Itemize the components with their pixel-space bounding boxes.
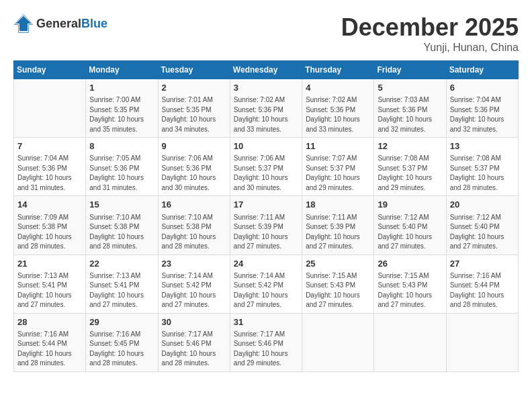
calendar-cell: 25Sunrise: 7:15 AMSunset: 5:43 PMDayligh… <box>302 255 374 313</box>
day-number: 11 <box>306 140 370 152</box>
day-info: Sunrise: 7:08 AMSunset: 5:37 PMDaylight:… <box>378 154 442 193</box>
calendar-cell: 31Sunrise: 7:17 AMSunset: 5:46 PMDayligh… <box>230 313 302 371</box>
calendar-cell: 24Sunrise: 7:14 AMSunset: 5:42 PMDayligh… <box>230 255 302 313</box>
header-thursday: Thursday <box>302 61 374 79</box>
calendar-cell: 29Sunrise: 7:16 AMSunset: 5:45 PMDayligh… <box>86 313 158 371</box>
day-info: Sunrise: 7:11 AMSunset: 5:39 PMDaylight:… <box>234 213 298 252</box>
header-friday: Friday <box>374 61 446 79</box>
day-number: 4 <box>306 82 370 94</box>
day-number: 31 <box>234 316 298 328</box>
logo-general: General <box>36 17 81 30</box>
calendar-cell: 2Sunrise: 7:01 AMSunset: 5:35 PMDaylight… <box>158 79 230 138</box>
day-number: 15 <box>89 199 154 211</box>
header-sunday: Sunday <box>14 61 86 79</box>
week-row-3: 14Sunrise: 7:09 AMSunset: 5:38 PMDayligh… <box>14 196 519 255</box>
day-info: Sunrise: 7:08 AMSunset: 5:37 PMDaylight:… <box>450 154 515 193</box>
day-info: Sunrise: 7:03 AMSunset: 5:36 PMDaylight:… <box>378 95 442 134</box>
day-info: Sunrise: 7:17 AMSunset: 5:46 PMDaylight:… <box>234 330 298 369</box>
calendar-cell: 4Sunrise: 7:02 AMSunset: 5:36 PMDaylight… <box>302 79 374 138</box>
day-number: 12 <box>378 140 442 152</box>
day-number: 10 <box>234 140 298 152</box>
day-info: Sunrise: 7:12 AMSunset: 5:40 PMDaylight:… <box>378 213 442 252</box>
day-number: 9 <box>162 140 226 152</box>
day-info: Sunrise: 7:02 AMSunset: 5:36 PMDaylight:… <box>234 95 298 134</box>
day-info: Sunrise: 7:01 AMSunset: 5:35 PMDaylight:… <box>162 95 226 134</box>
header-row: Sunday Monday Tuesday Wednesday Thursday… <box>14 61 519 79</box>
day-info: Sunrise: 7:16 AMSunset: 5:44 PMDaylight:… <box>17 330 82 369</box>
day-number: 16 <box>162 199 226 211</box>
day-number: 18 <box>306 199 370 211</box>
calendar-cell: 12Sunrise: 7:08 AMSunset: 5:37 PMDayligh… <box>374 138 446 196</box>
calendar-cell: 30Sunrise: 7:17 AMSunset: 5:46 PMDayligh… <box>158 313 230 371</box>
calendar-cell: 13Sunrise: 7:08 AMSunset: 5:37 PMDayligh… <box>446 138 518 196</box>
calendar-cell: 20Sunrise: 7:12 AMSunset: 5:40 PMDayligh… <box>446 196 518 255</box>
calendar-cell: 11Sunrise: 7:07 AMSunset: 5:37 PMDayligh… <box>302 138 374 196</box>
day-info: Sunrise: 7:06 AMSunset: 5:36 PMDaylight:… <box>162 154 226 193</box>
day-info: Sunrise: 7:05 AMSunset: 5:36 PMDaylight:… <box>89 154 154 193</box>
day-number: 22 <box>89 258 154 270</box>
day-info: Sunrise: 7:07 AMSunset: 5:37 PMDaylight:… <box>306 154 370 193</box>
day-number: 24 <box>234 258 298 270</box>
calendar-cell: 10Sunrise: 7:06 AMSunset: 5:37 PMDayligh… <box>230 138 302 196</box>
day-number: 13 <box>450 140 515 152</box>
header-tuesday: Tuesday <box>158 61 230 79</box>
day-number: 17 <box>234 199 298 211</box>
day-number: 7 <box>17 140 82 152</box>
logo: GeneralBlue <box>13 13 107 34</box>
calendar-cell: 16Sunrise: 7:10 AMSunset: 5:38 PMDayligh… <box>158 196 230 255</box>
day-number: 29 <box>89 316 154 328</box>
day-info: Sunrise: 7:06 AMSunset: 5:37 PMDaylight:… <box>234 154 298 193</box>
day-info: Sunrise: 7:02 AMSunset: 5:36 PMDaylight:… <box>306 95 370 134</box>
day-info: Sunrise: 7:15 AMSunset: 5:43 PMDaylight:… <box>306 271 370 310</box>
day-info: Sunrise: 7:04 AMSunset: 5:36 PMDaylight:… <box>450 95 515 134</box>
calendar-cell: 23Sunrise: 7:14 AMSunset: 5:42 PMDayligh… <box>158 255 230 313</box>
day-info: Sunrise: 7:09 AMSunset: 5:38 PMDaylight:… <box>17 213 82 252</box>
logo-text: GeneralBlue <box>36 17 107 31</box>
day-info: Sunrise: 7:10 AMSunset: 5:38 PMDaylight:… <box>89 213 154 252</box>
header-wednesday: Wednesday <box>230 61 302 79</box>
day-info: Sunrise: 7:14 AMSunset: 5:42 PMDaylight:… <box>162 271 226 310</box>
location-subtitle: Yunji, Hunan, China <box>341 42 519 54</box>
calendar-cell: 3Sunrise: 7:02 AMSunset: 5:36 PMDaylight… <box>230 79 302 138</box>
day-number: 5 <box>378 82 442 94</box>
day-number: 19 <box>378 199 442 211</box>
week-row-4: 21Sunrise: 7:13 AMSunset: 5:41 PMDayligh… <box>14 255 519 313</box>
day-info: Sunrise: 7:12 AMSunset: 5:40 PMDaylight:… <box>450 213 515 252</box>
day-info: Sunrise: 7:10 AMSunset: 5:38 PMDaylight:… <box>162 213 226 252</box>
day-number: 30 <box>162 316 226 328</box>
calendar-cell: 9Sunrise: 7:06 AMSunset: 5:36 PMDaylight… <box>158 138 230 196</box>
calendar-cell: 15Sunrise: 7:10 AMSunset: 5:38 PMDayligh… <box>86 196 158 255</box>
week-row-2: 7Sunrise: 7:04 AMSunset: 5:36 PMDaylight… <box>14 138 519 196</box>
logo-blue: Blue <box>81 17 107 30</box>
day-info: Sunrise: 7:16 AMSunset: 5:45 PMDaylight:… <box>89 330 154 369</box>
calendar-cell: 26Sunrise: 7:15 AMSunset: 5:43 PMDayligh… <box>374 255 446 313</box>
day-info: Sunrise: 7:04 AMSunset: 5:36 PMDaylight:… <box>17 154 82 193</box>
calendar-cell: 8Sunrise: 7:05 AMSunset: 5:36 PMDaylight… <box>86 138 158 196</box>
day-number: 8 <box>89 140 154 152</box>
logo-icon <box>13 13 34 34</box>
header-saturday: Saturday <box>446 61 518 79</box>
calendar-cell: 17Sunrise: 7:11 AMSunset: 5:39 PMDayligh… <box>230 196 302 255</box>
day-number: 28 <box>17 316 82 328</box>
calendar-cell: 19Sunrise: 7:12 AMSunset: 5:40 PMDayligh… <box>374 196 446 255</box>
calendar-cell: 6Sunrise: 7:04 AMSunset: 5:36 PMDaylight… <box>446 79 518 138</box>
calendar-cell: 18Sunrise: 7:11 AMSunset: 5:39 PMDayligh… <box>302 196 374 255</box>
calendar-cell: 14Sunrise: 7:09 AMSunset: 5:38 PMDayligh… <box>14 196 86 255</box>
calendar-cell: 22Sunrise: 7:13 AMSunset: 5:41 PMDayligh… <box>86 255 158 313</box>
day-info: Sunrise: 7:13 AMSunset: 5:41 PMDaylight:… <box>17 271 82 310</box>
day-number: 20 <box>450 199 515 211</box>
day-info: Sunrise: 7:14 AMSunset: 5:42 PMDaylight:… <box>234 271 298 310</box>
day-number: 1 <box>89 82 154 94</box>
day-number: 26 <box>378 258 442 270</box>
calendar-cell: 27Sunrise: 7:16 AMSunset: 5:44 PMDayligh… <box>446 255 518 313</box>
calendar-cell: 28Sunrise: 7:16 AMSunset: 5:44 PMDayligh… <box>14 313 86 371</box>
day-number: 27 <box>450 258 515 270</box>
calendar-table: Sunday Monday Tuesday Wednesday Thursday… <box>13 60 519 372</box>
calendar-cell: 1Sunrise: 7:00 AMSunset: 5:35 PMDaylight… <box>86 79 158 138</box>
calendar-cell: 5Sunrise: 7:03 AMSunset: 5:36 PMDaylight… <box>374 79 446 138</box>
day-number: 3 <box>234 82 298 94</box>
day-number: 21 <box>17 258 82 270</box>
day-info: Sunrise: 7:17 AMSunset: 5:46 PMDaylight:… <box>162 330 226 369</box>
day-number: 23 <box>162 258 226 270</box>
day-number: 25 <box>306 258 370 270</box>
